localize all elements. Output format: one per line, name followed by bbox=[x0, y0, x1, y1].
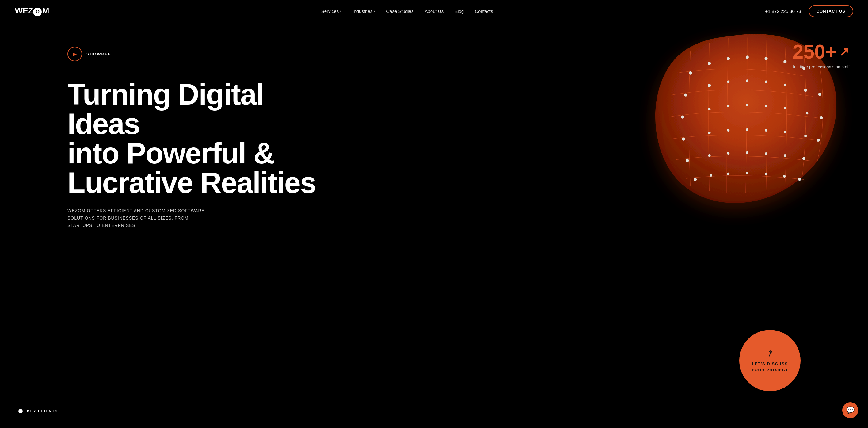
chevron-down-icon: ▾ bbox=[374, 9, 375, 13]
nav-item-blog[interactable]: Blog bbox=[455, 8, 464, 14]
chevron-down-icon: ▾ bbox=[340, 9, 341, 13]
cta-button[interactable]: ↗ LET'S DISCUSS YOUR PROJECT bbox=[739, 330, 801, 391]
phone-number: +1 872 225 30 73 bbox=[765, 8, 801, 14]
hero-subtext: WEZOM OFFERS EFFICIENT AND CUSTOMIZED SO… bbox=[67, 207, 209, 229]
key-clients-text: KEY CLIENTS bbox=[27, 409, 58, 413]
contact-us-button[interactable]: CONTACT US bbox=[809, 5, 853, 17]
nav-links: Services ▾ Industries ▾ Case Studies Abo… bbox=[321, 8, 493, 14]
arrow-up-right-icon: ↗ bbox=[839, 45, 849, 59]
showreel-label: SHOWREEL bbox=[87, 52, 114, 56]
key-clients-label: KEY CLIENTS bbox=[19, 409, 58, 413]
stats-number: 250+ ↗ bbox=[793, 40, 849, 63]
hero-content: ▶ SHOWREEL Turning Digital Ideas into Po… bbox=[0, 22, 868, 428]
play-icon: ▶ bbox=[67, 47, 82, 61]
hero-section: 250+ ↗ full-time professionals on staff … bbox=[0, 22, 868, 428]
nav-item-industries[interactable]: Industries ▾ bbox=[352, 8, 375, 14]
chat-icon: 💬 bbox=[846, 406, 855, 414]
nav-item-services[interactable]: Services ▾ bbox=[321, 8, 342, 14]
dot-icon bbox=[19, 409, 23, 413]
navbar: WEZOM Services ▾ Industries ▾ Case Studi… bbox=[0, 0, 868, 22]
nav-item-contacts[interactable]: Contacts bbox=[475, 8, 493, 14]
stats-label: full-time professionals on staff bbox=[793, 64, 849, 69]
cta-text: LET'S DISCUSS YOUR PROJECT bbox=[751, 361, 788, 373]
hero-headline: Turning Digital Ideas into Powerful & Lu… bbox=[67, 80, 343, 197]
hero-stats: 250+ ↗ full-time professionals on staff bbox=[793, 40, 849, 69]
nav-right: +1 872 225 30 73 CONTACT US bbox=[765, 5, 853, 17]
arrow-icon: ↗ bbox=[765, 347, 775, 359]
nav-item-about-us[interactable]: About Us bbox=[425, 8, 443, 14]
showreel-button[interactable]: ▶ SHOWREEL bbox=[67, 47, 114, 61]
nav-item-case-studies[interactable]: Case Studies bbox=[386, 8, 413, 14]
chat-button[interactable]: 💬 bbox=[842, 402, 858, 418]
logo[interactable]: WEZOM bbox=[15, 6, 49, 16]
